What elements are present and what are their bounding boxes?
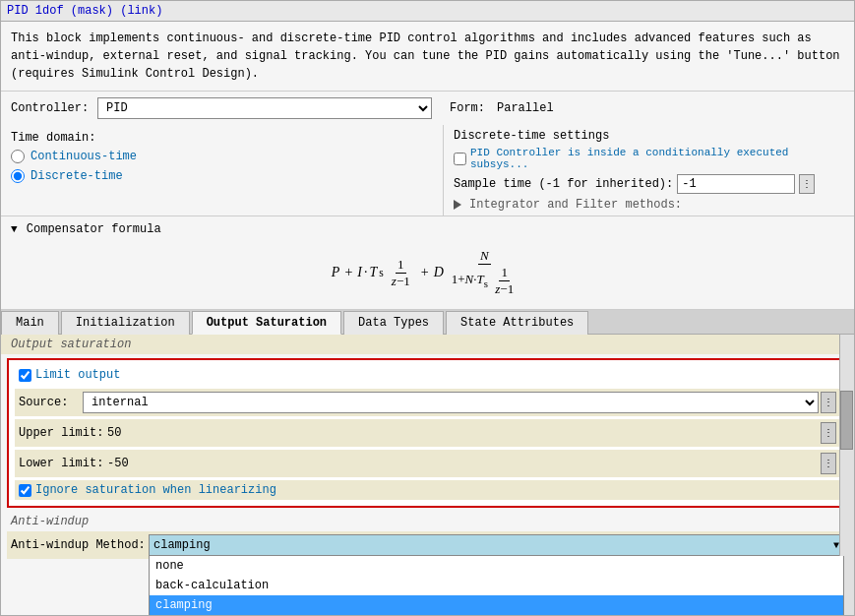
discrete-time-option[interactable]: Discrete-time: [11, 166, 443, 186]
anti-windup-selected-value: clamping: [153, 538, 211, 552]
controller-row: Controller: PID PI PD P I Form: Parallel: [1, 92, 854, 125]
time-domain-title: Time domain:: [11, 129, 443, 147]
sample-time-dots-btn[interactable]: ⋮: [799, 174, 815, 194]
anti-windup-dropdown: none back-calculation clamping: [149, 556, 844, 615]
description-text: This block implements continuous- and di…: [11, 31, 840, 81]
source-select-container: internal external: [83, 392, 819, 413]
continuous-time-radio[interactable]: [11, 150, 25, 163]
upper-limit-label: Upper limit:: [19, 426, 107, 440]
pid-subsys-checkbox-row: PID Controller is inside a conditionally…: [454, 147, 834, 170]
integrator-triangle-icon: [454, 200, 461, 210]
formula-area: P + I·Ts 1 z−1 + D N 1+N·Ts 1 z−1: [11, 242, 844, 303]
compensator-title: ▼ Compensator formula: [11, 222, 844, 236]
tab-output-saturation[interactable]: Output Saturation: [192, 311, 341, 335]
limit-output-label: Limit output: [35, 368, 120, 382]
sample-time-row: Sample time (-1 for inherited): ⋮: [454, 174, 834, 194]
ignore-saturation-label: Ignore saturation when linearizing: [35, 483, 276, 497]
limit-output-row: Limit output: [15, 364, 840, 386]
form-label: Form:: [450, 101, 485, 115]
source-select[interactable]: internal external: [83, 392, 819, 413]
integrator-label: Integrator and Filter methods:: [469, 198, 682, 212]
pid-subsys-checkbox[interactable]: [454, 153, 466, 165]
continuous-time-label: Continuous-time: [31, 150, 137, 163]
formula: P + I·Ts 1 z−1 + D N 1+N·Ts 1 z−1: [332, 248, 523, 297]
source-row: Source: internal external ⋮: [15, 389, 840, 416]
tab-content: Output saturation Limit output Source: i…: [1, 335, 854, 615]
form-value: Parallel: [497, 101, 554, 115]
anti-windup-select-container: clamping ▼ none back-calculation clampin…: [149, 534, 844, 556]
red-border-box: Limit output Source: internal external ⋮…: [7, 358, 848, 508]
lower-limit-dots-btn[interactable]: ⋮: [821, 453, 836, 474]
integrator-row: Integrator and Filter methods:: [454, 198, 834, 212]
upper-limit-row: Upper limit: 50 ⋮: [15, 419, 840, 447]
lower-limit-row: Lower limit: -50 ⋮: [15, 450, 840, 477]
title-text: PID 1dof (mask) (link): [7, 4, 162, 18]
output-saturation-section-title: Output saturation: [1, 335, 854, 354]
controller-label: Controller:: [11, 101, 90, 115]
anti-windup-title: Anti-windup: [7, 512, 848, 531]
limit-output-checkbox[interactable]: [19, 369, 31, 382]
time-domain-section: Time domain: Continuous-time Discrete-ti…: [1, 125, 854, 216]
anti-windup-method-label: Anti-windup Method:: [11, 538, 149, 552]
discrete-time-radio[interactable]: [11, 169, 25, 183]
tabs-row: Main Initialization Output Saturation Da…: [1, 310, 854, 335]
sample-time-input[interactable]: [677, 174, 795, 194]
compensator-section: ▼ Compensator formula P + I·Ts 1 z−1 + D…: [1, 216, 854, 310]
anti-windup-select-display[interactable]: clamping ▼: [149, 534, 844, 556]
dropdown-item-back-calculation[interactable]: back-calculation: [150, 576, 843, 595]
time-domain-left: Time domain: Continuous-time Discrete-ti…: [11, 125, 444, 216]
pid-subsys-label: PID Controller is inside a conditionally…: [470, 147, 834, 170]
title-bar: PID 1dof (mask) (link): [1, 1, 854, 22]
upper-limit-dots-btn[interactable]: ⋮: [821, 422, 836, 444]
dropdown-item-clamping[interactable]: clamping: [150, 595, 843, 615]
scrollbar-thumb[interactable]: [840, 391, 853, 450]
discrete-settings-title: Discrete-time settings: [454, 129, 834, 143]
tab-state-attributes[interactable]: State Attributes: [446, 311, 588, 335]
lower-limit-label: Lower limit:: [19, 457, 107, 470]
lower-limit-value: -50: [107, 457, 821, 470]
ignore-saturation-checkbox[interactable]: [19, 484, 31, 497]
anti-windup-section: Anti-windup Anti-windup Method: clamping…: [1, 512, 854, 559]
compensator-label: Compensator formula: [27, 222, 161, 236]
controller-select[interactable]: PID PI PD P I: [97, 97, 432, 119]
source-label: Source:: [19, 396, 83, 409]
sample-time-label: Sample time (-1 for inherited):: [454, 177, 673, 191]
upper-limit-value: 50: [107, 426, 821, 440]
discrete-time-label: Discrete-time: [31, 169, 123, 183]
tab-initialization[interactable]: Initialization: [61, 311, 190, 335]
continuous-time-option[interactable]: Continuous-time: [11, 147, 443, 166]
description: This block implements continuous- and di…: [1, 22, 854, 92]
time-domain-right: Discrete-time settings PID Controller is…: [444, 125, 844, 216]
anti-windup-method-row: Anti-windup Method: clamping ▼ none back…: [7, 531, 848, 559]
ignore-saturation-row: Ignore saturation when linearizing: [15, 480, 840, 500]
tab-data-types[interactable]: Data Types: [343, 311, 444, 335]
tab-main[interactable]: Main: [1, 311, 59, 335]
source-dots-btn[interactable]: ⋮: [821, 392, 836, 413]
main-window: PID 1dof (mask) (link) This block implem…: [0, 0, 855, 616]
dropdown-item-none[interactable]: none: [150, 556, 843, 576]
